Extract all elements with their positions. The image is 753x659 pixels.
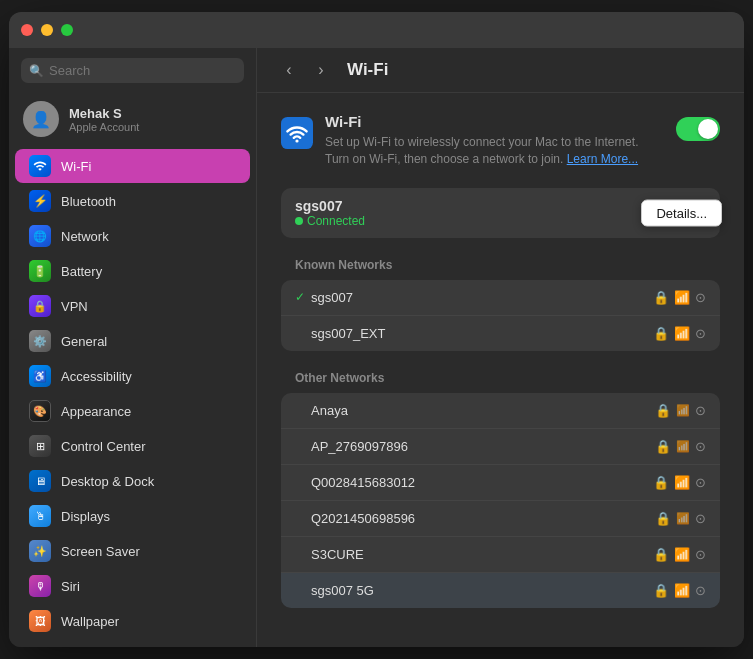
connected-network-name: sgs007 <box>295 198 656 214</box>
sidebar: 🔍 👤 Mehak S Apple Account Wi-Fi <box>9 48 257 647</box>
wifi-icon-other-5: 📶 <box>674 547 690 562</box>
connected-status-label: Connected <box>307 214 365 228</box>
other-network-row-q2021[interactable]: Q2021450698596 🔒 📶 ⊙ <box>281 501 720 537</box>
wifi-icon <box>29 155 51 177</box>
other-network-row-anaya[interactable]: Anaya 🔒 📶 ⊙ <box>281 393 720 429</box>
close-button[interactable] <box>21 24 33 36</box>
sidebar-item-battery-label: Battery <box>61 264 102 279</box>
battery-icon: 🔋 <box>29 260 51 282</box>
sidebar-item-network[interactable]: 🌐 Network <box>15 219 250 253</box>
sidebar-item-network-label: Network <box>61 229 109 244</box>
sidebar-item-wallpaper-label: Wallpaper <box>61 614 119 629</box>
sidebar-item-vpn-label: VPN <box>61 299 88 314</box>
known-networks-label: Known Networks <box>281 258 720 272</box>
wifi-logo-icon <box>281 117 313 149</box>
desktop-icon: 🖥 <box>29 470 51 492</box>
main-header: ‹ › Wi-Fi <box>257 48 744 93</box>
sidebar-item-bluetooth[interactable]: ⚡ Bluetooth <box>15 184 250 218</box>
search-bar[interactable]: 🔍 <box>21 58 244 83</box>
sidebar-item-screensaver-label: Screen Saver <box>61 544 140 559</box>
more-icon-other-6[interactable]: ⊙ <box>695 583 706 598</box>
more-icon-known-2[interactable]: ⊙ <box>695 326 706 341</box>
toggle-knob <box>698 119 718 139</box>
more-icon-other-4[interactable]: ⊙ <box>695 511 706 526</box>
connected-network-row[interactable]: sgs007 Connected 🔒 📶 Details... <box>281 188 720 238</box>
other-network-row-s3cure[interactable]: S3CURE 🔒 📶 ⊙ <box>281 537 720 573</box>
vpn-icon: 🔒 <box>29 295 51 317</box>
sidebar-item-bluetooth-label: Bluetooth <box>61 194 116 209</box>
other-networks-list: Anaya 🔒 📶 ⊙ AP_2769097896 🔒 📶 <box>281 393 720 608</box>
other-network-row-ap[interactable]: AP_2769097896 🔒 📶 ⊙ <box>281 429 720 465</box>
system-settings-window: 🔍 👤 Mehak S Apple Account Wi-Fi <box>9 12 744 647</box>
other-network-icons-4: 🔒 📶 ⊙ <box>655 511 706 526</box>
minimize-button[interactable] <box>41 24 53 36</box>
wifi-icon-other-4: 📶 <box>676 512 690 525</box>
sidebar-item-appearance-label: Appearance <box>61 404 131 419</box>
search-input[interactable] <box>49 63 236 78</box>
other-network-row-sgs007-5g[interactable]: sgs007 5G 🔒 📶 ⊙ <box>281 573 720 608</box>
back-button[interactable]: ‹ <box>277 58 301 82</box>
wifi-icon-other-1: 📶 <box>676 404 690 417</box>
status-dot <box>295 217 303 225</box>
network-icon: 🌐 <box>29 225 51 247</box>
wallpaper-icon: 🖼 <box>29 610 51 632</box>
sidebar-item-desktop[interactable]: 🖥 Desktop & Dock <box>15 464 250 498</box>
more-icon-other-5[interactable]: ⊙ <box>695 547 706 562</box>
sidebar-item-general-label: General <box>61 334 107 349</box>
more-icon-other-2[interactable]: ⊙ <box>695 439 706 454</box>
user-name: Mehak S <box>69 106 139 121</box>
avatar: 👤 <box>23 101 59 137</box>
sidebar-item-wifi[interactable]: Wi-Fi <box>15 149 250 183</box>
accessibility-icon: ♿ <box>29 365 51 387</box>
learn-more-link[interactable]: Learn More... <box>567 152 638 166</box>
user-section[interactable]: 👤 Mehak S Apple Account <box>9 93 256 145</box>
forward-button[interactable]: › <box>309 58 333 82</box>
wifi-description: Wi-Fi Set up Wi-Fi to wirelessly connect… <box>325 113 664 168</box>
search-icon: 🔍 <box>29 64 44 78</box>
maximize-button[interactable] <box>61 24 73 36</box>
sidebar-item-wifi-label: Wi-Fi <box>61 159 91 174</box>
wifi-content: Wi-Fi Set up Wi-Fi to wirelessly connect… <box>257 93 744 647</box>
details-button[interactable]: Details... <box>641 199 722 226</box>
wifi-icon-known-1: 📶 <box>674 290 690 305</box>
lock-icon-other-4: 🔒 <box>655 511 671 526</box>
other-network-name-2: AP_2769097896 <box>311 439 655 454</box>
known-network-row-sgs007[interactable]: ✓ sgs007 🔒 📶 ⊙ <box>281 280 720 316</box>
wifi-icon-known-2: 📶 <box>674 326 690 341</box>
known-network-row-sgs007ext[interactable]: sgs007_EXT 🔒 📶 ⊙ <box>281 316 720 351</box>
sidebar-item-siri-label: Siri <box>61 579 80 594</box>
known-networks-list: ✓ sgs007 🔒 📶 ⊙ sgs007_EXT 🔒 � <box>281 280 720 351</box>
sidebar-item-battery[interactable]: 🔋 Battery <box>15 254 250 288</box>
checkmark-icon: ✓ <box>295 290 311 304</box>
sidebar-item-accessibility-label: Accessibility <box>61 369 132 384</box>
user-info: Mehak S Apple Account <box>69 106 139 133</box>
more-icon-other-1[interactable]: ⊙ <box>695 403 706 418</box>
sidebar-item-wallpaper[interactable]: 🖼 Wallpaper <box>15 604 250 638</box>
other-network-icons-2: 🔒 📶 ⊙ <box>655 439 706 454</box>
sidebar-item-vpn[interactable]: 🔒 VPN <box>15 289 250 323</box>
sidebar-item-screensaver[interactable]: ✨ Screen Saver <box>15 534 250 568</box>
sidebar-item-siri[interactable]: 🎙 Siri <box>15 569 250 603</box>
wifi-title: Wi-Fi <box>325 113 664 130</box>
lock-icon-known-2: 🔒 <box>653 326 669 341</box>
sidebar-item-general[interactable]: ⚙️ General <box>15 324 250 358</box>
siri-icon: 🎙 <box>29 575 51 597</box>
other-network-icons-1: 🔒 📶 ⊙ <box>655 403 706 418</box>
sidebar-item-appearance[interactable]: 🎨 Appearance <box>15 394 250 428</box>
svg-point-1 <box>295 139 298 142</box>
page-title: Wi-Fi <box>347 60 388 80</box>
other-network-name-5: S3CURE <box>311 547 653 562</box>
other-networks-label: Other Networks <box>281 371 720 385</box>
main-panel: ‹ › Wi-Fi <box>257 48 744 647</box>
sidebar-item-accessibility[interactable]: ♿ Accessibility <box>15 359 250 393</box>
connected-status: Connected <box>295 214 656 228</box>
wifi-toggle[interactable] <box>676 117 720 141</box>
other-network-row-q0028[interactable]: Q0028415683012 🔒 📶 ⊙ <box>281 465 720 501</box>
more-icon-known-1[interactable]: ⊙ <box>695 290 706 305</box>
more-icon-other-3[interactable]: ⊙ <box>695 475 706 490</box>
sidebar-item-displays[interactable]: 🖱 Displays <box>15 499 250 533</box>
known-network-name-2: sgs007_EXT <box>311 326 653 341</box>
sidebar-item-controlcenter[interactable]: ⊞ Control Center <box>15 429 250 463</box>
lock-icon-other-1: 🔒 <box>655 403 671 418</box>
lock-icon-other-2: 🔒 <box>655 439 671 454</box>
